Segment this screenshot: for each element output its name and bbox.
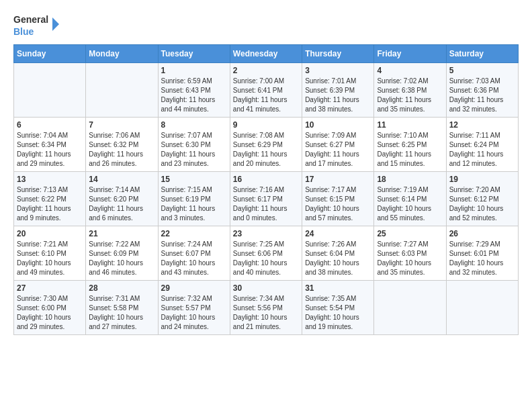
day-info: Sunrise: 7:08 AM Sunset: 6:29 PM Dayligh… — [233, 131, 299, 169]
calendar-cell: 28Sunrise: 7:31 AM Sunset: 5:58 PM Dayli… — [86, 281, 158, 335]
day-number: 19 — [449, 175, 515, 184]
day-info: Sunrise: 7:22 AM Sunset: 6:09 PM Dayligh… — [89, 240, 154, 277]
day-number: 9 — [233, 120, 299, 130]
calendar-cell: 23Sunrise: 7:25 AM Sunset: 6:06 PM Dayli… — [230, 226, 302, 281]
day-header-friday: Friday — [374, 45, 446, 63]
day-info: Sunrise: 7:09 AM Sunset: 6:27 PM Dayligh… — [305, 131, 371, 169]
day-info: Sunrise: 7:35 AM Sunset: 5:54 PM Dayligh… — [305, 294, 371, 332]
day-info: Sunrise: 7:19 AM Sunset: 6:14 PM Dayligh… — [377, 185, 443, 223]
calendar-cell: 4Sunrise: 7:02 AM Sunset: 6:38 PM Daylig… — [374, 63, 446, 118]
day-info: Sunrise: 7:29 AM Sunset: 6:01 PM Dayligh… — [449, 240, 515, 277]
day-info: Sunrise: 7:17 AM Sunset: 6:15 PM Dayligh… — [305, 185, 371, 223]
day-info: Sunrise: 7:21 AM Sunset: 6:10 PM Dayligh… — [17, 240, 83, 277]
calendar-cell: 8Sunrise: 7:07 AM Sunset: 6:30 PM Daylig… — [158, 118, 230, 172]
calendar-cell: 14Sunrise: 7:14 AM Sunset: 6:20 PM Dayli… — [86, 172, 158, 226]
logo: General Blue — [13, 11, 60, 39]
calendar-cell: 13Sunrise: 7:13 AM Sunset: 6:22 PM Dayli… — [14, 172, 86, 226]
day-info: Sunrise: 7:02 AM Sunset: 6:38 PM Dayligh… — [377, 77, 443, 114]
day-header-thursday: Thursday — [302, 45, 374, 63]
calendar-cell: 22Sunrise: 7:24 AM Sunset: 6:07 PM Dayli… — [158, 226, 230, 281]
day-number: 13 — [17, 175, 83, 184]
calendar-cell: 17Sunrise: 7:17 AM Sunset: 6:15 PM Dayli… — [302, 172, 374, 226]
day-info: Sunrise: 7:00 AM Sunset: 6:41 PM Dayligh… — [233, 77, 299, 114]
day-header-sunday: Sunday — [14, 45, 86, 63]
calendar-cell: 29Sunrise: 7:32 AM Sunset: 5:57 PM Dayli… — [158, 281, 230, 335]
day-number: 29 — [161, 283, 227, 293]
calendar-cell: 1Sunrise: 6:59 AM Sunset: 6:43 PM Daylig… — [158, 63, 230, 118]
day-number: 25 — [377, 229, 443, 238]
calendar-cell: 24Sunrise: 7:26 AM Sunset: 6:04 PM Dayli… — [302, 226, 374, 281]
calendar-table: SundayMondayTuesdayWednesdayThursdayFrid… — [13, 44, 519, 335]
calendar-week-row: 1Sunrise: 6:59 AM Sunset: 6:43 PM Daylig… — [14, 63, 519, 118]
day-number: 5 — [449, 66, 515, 75]
day-number: 6 — [17, 120, 83, 130]
day-number: 14 — [89, 175, 154, 184]
day-info: Sunrise: 7:04 AM Sunset: 6:34 PM Dayligh… — [17, 131, 83, 169]
calendar-cell: 2Sunrise: 7:00 AM Sunset: 6:41 PM Daylig… — [230, 63, 302, 118]
calendar-cell: 3Sunrise: 7:01 AM Sunset: 6:39 PM Daylig… — [302, 63, 374, 118]
day-info: Sunrise: 7:24 AM Sunset: 6:07 PM Dayligh… — [161, 240, 227, 277]
calendar-cell: 19Sunrise: 7:20 AM Sunset: 6:12 PM Dayli… — [446, 172, 518, 226]
calendar-cell: 10Sunrise: 7:09 AM Sunset: 6:27 PM Dayli… — [302, 118, 374, 172]
calendar-cell: 12Sunrise: 7:11 AM Sunset: 6:24 PM Dayli… — [446, 118, 518, 172]
day-info: Sunrise: 7:14 AM Sunset: 6:20 PM Dayligh… — [89, 185, 154, 223]
calendar-cell — [86, 63, 158, 118]
day-number: 27 — [17, 283, 83, 293]
day-number: 1 — [161, 66, 227, 75]
calendar-week-row: 6Sunrise: 7:04 AM Sunset: 6:34 PM Daylig… — [14, 118, 519, 172]
calendar-cell: 25Sunrise: 7:27 AM Sunset: 6:03 PM Dayli… — [374, 226, 446, 281]
day-info: Sunrise: 6:59 AM Sunset: 6:43 PM Dayligh… — [161, 77, 227, 114]
day-number: 23 — [233, 229, 299, 238]
calendar-cell: 7Sunrise: 7:06 AM Sunset: 6:32 PM Daylig… — [86, 118, 158, 172]
day-info: Sunrise: 7:01 AM Sunset: 6:39 PM Dayligh… — [305, 77, 371, 114]
day-header-tuesday: Tuesday — [158, 45, 230, 63]
day-number: 15 — [161, 175, 227, 184]
day-number: 18 — [377, 175, 443, 184]
day-info: Sunrise: 7:16 AM Sunset: 6:17 PM Dayligh… — [233, 185, 299, 223]
day-number: 20 — [17, 229, 83, 238]
day-info: Sunrise: 7:07 AM Sunset: 6:30 PM Dayligh… — [161, 131, 227, 169]
day-info: Sunrise: 7:15 AM Sunset: 6:19 PM Dayligh… — [161, 185, 227, 223]
calendar-cell: 27Sunrise: 7:30 AM Sunset: 6:00 PM Dayli… — [14, 281, 86, 335]
day-number: 4 — [377, 66, 443, 75]
day-info: Sunrise: 7:13 AM Sunset: 6:22 PM Dayligh… — [17, 185, 83, 223]
calendar-cell — [446, 281, 518, 335]
day-info: Sunrise: 7:03 AM Sunset: 6:36 PM Dayligh… — [449, 77, 515, 114]
svg-text:Blue: Blue — [13, 26, 34, 37]
day-info: Sunrise: 7:26 AM Sunset: 6:04 PM Dayligh… — [305, 240, 371, 277]
day-header-wednesday: Wednesday — [230, 45, 302, 63]
day-number: 31 — [305, 283, 371, 293]
svg-marker-2 — [52, 17, 59, 31]
calendar-header-row: SundayMondayTuesdayWednesdayThursdayFrid… — [14, 45, 519, 63]
day-info: Sunrise: 7:10 AM Sunset: 6:25 PM Dayligh… — [377, 131, 443, 169]
calendar-cell: 5Sunrise: 7:03 AM Sunset: 6:36 PM Daylig… — [446, 63, 518, 118]
day-number: 26 — [449, 229, 515, 238]
day-number: 30 — [233, 283, 299, 293]
calendar-cell — [14, 63, 86, 118]
day-info: Sunrise: 7:20 AM Sunset: 6:12 PM Dayligh… — [449, 185, 515, 223]
day-info: Sunrise: 7:32 AM Sunset: 5:57 PM Dayligh… — [161, 294, 227, 332]
day-number: 8 — [161, 120, 227, 130]
day-header-monday: Monday — [86, 45, 158, 63]
day-number: 22 — [161, 229, 227, 238]
calendar-cell: 21Sunrise: 7:22 AM Sunset: 6:09 PM Dayli… — [86, 226, 158, 281]
day-number: 7 — [89, 120, 154, 130]
calendar-week-row: 13Sunrise: 7:13 AM Sunset: 6:22 PM Dayli… — [14, 172, 519, 226]
day-info: Sunrise: 7:27 AM Sunset: 6:03 PM Dayligh… — [377, 240, 443, 277]
calendar-cell: 31Sunrise: 7:35 AM Sunset: 5:54 PM Dayli… — [302, 281, 374, 335]
day-info: Sunrise: 7:30 AM Sunset: 6:00 PM Dayligh… — [17, 294, 83, 332]
calendar-cell: 9Sunrise: 7:08 AM Sunset: 6:29 PM Daylig… — [230, 118, 302, 172]
calendar-cell: 16Sunrise: 7:16 AM Sunset: 6:17 PM Dayli… — [230, 172, 302, 226]
day-number: 28 — [89, 283, 154, 293]
day-number: 10 — [305, 120, 371, 130]
calendar-cell: 30Sunrise: 7:34 AM Sunset: 5:56 PM Dayli… — [230, 281, 302, 335]
day-number: 3 — [305, 66, 371, 75]
day-number: 16 — [233, 175, 299, 184]
calendar-cell: 18Sunrise: 7:19 AM Sunset: 6:14 PM Dayli… — [374, 172, 446, 226]
logo-svg: General Blue — [13, 11, 60, 39]
page-header: General Blue — [13, 11, 519, 39]
day-header-saturday: Saturday — [446, 45, 518, 63]
day-info: Sunrise: 7:31 AM Sunset: 5:58 PM Dayligh… — [89, 294, 154, 332]
calendar-cell: 15Sunrise: 7:15 AM Sunset: 6:19 PM Dayli… — [158, 172, 230, 226]
day-number: 21 — [89, 229, 154, 238]
